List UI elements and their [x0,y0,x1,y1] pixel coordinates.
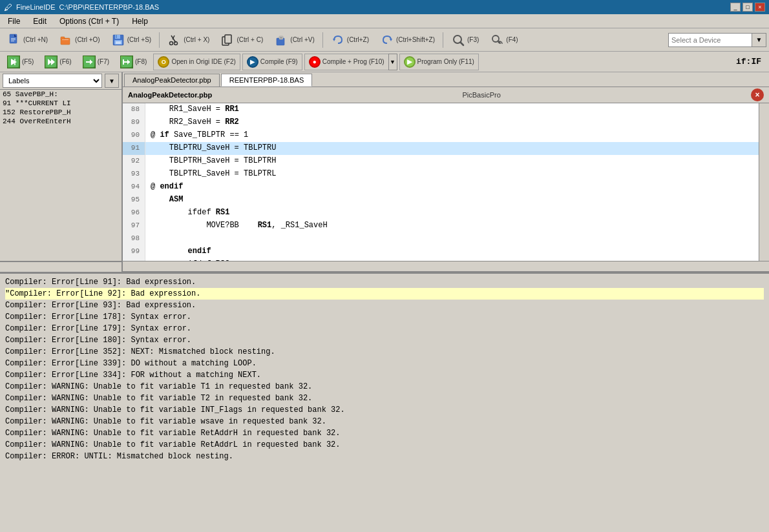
tab-analog[interactable]: AnalogPeakDetector.pbp [124,74,220,87]
menu-help[interactable]: Help [127,15,153,27]
redo-icon [380,33,394,47]
list-item: Compiler: WARNING: Unable to fit variabl… [5,393,764,404]
list-item: Compiler: Error[Line 352]: NEXT: Mismatc… [5,346,764,358]
labels-filter-button[interactable]: ▼ [105,74,119,88]
compile-prog-dropdown[interactable]: ▼ [388,54,397,70]
output-panel[interactable]: Compiler: Error[Line 91]: Bad expression… [0,272,769,531]
code-vscroll[interactable] [759,103,769,261]
f8-button[interactable]: (F8) [116,54,151,70]
list-item[interactable]: 65 SavePBP_H: [0,90,121,99]
list-item[interactable]: 152 RestorePBP_H [0,108,121,117]
redo-label: (Ctrl+Shift+Z) [396,36,435,43]
cut-button[interactable]: (Ctrl + X) [163,30,214,50]
maximize-button[interactable]: □ [743,3,753,12]
labels-list: 65 SavePBP_H: 91 ***CURRENT LI 152 Resto… [0,90,121,261]
svg-point-15 [170,41,173,45]
table-row: 93 TBLPTRL_SaveH = TBLPTRL [123,168,759,181]
list-item: Compiler: WARNING: Unable to fit variabl… [5,381,764,393]
sep2 [322,32,323,48]
f7-label: (F7) [98,58,109,65]
list-item: Compiler: Error[Line 180]: Syntax error. [5,334,764,346]
labels-hscroll[interactable] [0,261,121,271]
find-button[interactable]: (F3) [447,30,483,50]
if-indicator: if:IF [731,56,766,68]
menu-file[interactable]: File [3,15,25,27]
prog-only-button[interactable]: ▶ Program Only (F11) [399,54,479,70]
open-orig-button[interactable]: O Open in Origi IDE (F2) [153,54,240,70]
replace-label: (F4) [506,36,518,43]
minimize-button[interactable]: _ [730,3,741,12]
open-icon [59,33,73,47]
app-logo-icon: 🖊 [4,3,12,12]
editor-area: Labels ▼ 65 SavePBP_H: 91 ***CURRENT LI … [0,72,769,272]
device-input[interactable] [668,33,752,47]
list-item: Compiler: WARNING: Unable to fit variabl… [5,427,764,439]
undo-icon [331,33,345,47]
svg-rect-10 [116,35,117,38]
tab-reenter[interactable]: REENTERPBP-18.BAS [221,74,313,87]
device-dropdown-button[interactable]: ▼ [752,33,766,47]
labels-dropdown[interactable]: Labels [3,74,102,88]
sep3 [443,32,443,48]
new-button[interactable]: (Ctrl +N) [3,30,52,50]
code-filename-label: AnalogPeakDetector.pbp [128,91,212,99]
paste-button[interactable]: (Ctrl +V) [269,30,319,50]
f5-label: (F5) [22,58,34,65]
compile-label: Compile (F9) [260,58,298,65]
title-bar-left: 🖊 FineLineIDE C:\PBP\REENTERPBP-18.BAS [4,3,159,12]
table-row: 92 TBLPTRH_SaveH = TBLPTRH [123,155,759,168]
open-orig-icon: O [158,56,169,68]
app-name: FineLineIDE [16,3,56,11]
compile-button[interactable]: ▶ Compile (F9) [242,54,302,70]
open-button[interactable]: (Ctrl +O) [54,30,105,50]
svg-marker-23 [390,39,392,41]
close-file-button[interactable]: × [751,88,764,101]
table-row: 91 TBLPTRU_SaveH = TBLPTRU [123,142,759,155]
compiler-label: PicBasicPro [462,91,500,99]
save-button[interactable]: (Ctrl +S) [107,30,156,50]
redo-button[interactable]: (Ctrl+Shift+Z) [375,30,439,50]
f5-button[interactable]: (F5) [3,54,38,70]
menu-edit[interactable]: Edit [28,15,52,27]
replace-button[interactable]: (F4) [485,30,522,50]
list-item[interactable]: 244 OverReEnterH [0,117,121,126]
new-icon [7,33,21,47]
paste-icon [274,33,288,47]
svg-rect-12 [116,41,121,44]
filepath: C:\PBP\REENTERPBP-18.BAS [59,3,160,11]
code-content[interactable]: 88 RR1_SaveH = RR1 89 RR2_SaveH = RR2 90… [123,103,759,261]
compile-prog-button[interactable]: ● Compile + Prog (F10) [304,54,388,70]
list-item: Compiler: WARNING: Unable to fit variabl… [5,439,764,451]
f6-button[interactable]: (F6) [40,54,76,70]
menu-options[interactable]: Options (Ctrl + T) [54,15,124,27]
f7-icon [83,56,96,68]
copy-icon [220,33,235,47]
f7-button[interactable]: (F7) [78,54,114,70]
close-window-button[interactable]: × [755,3,765,12]
device-selector: ▼ [668,33,766,47]
svg-line-25 [460,42,463,45]
list-item: Compiler: WARNING: Unable to fit variabl… [5,404,764,416]
undo-button[interactable]: (Ctrl+Z) [326,30,374,50]
list-item: Compiler: Error[Line 339]: DO without a … [5,358,764,369]
copy-button[interactable]: (Ctrl + C) [216,30,268,50]
title-bar: 🖊 FineLineIDE C:\PBP\REENTERPBP-18.BAS _… [0,0,769,14]
code-hscroll[interactable] [123,261,769,271]
svg-rect-3 [11,39,16,40]
list-item: Compiler: Error[Line 91]: Bad expression… [5,276,764,288]
toolbar1: (Ctrl +N) (Ctrl +O) (Ctrl +S) (Ctrl + X)… [0,28,769,52]
svg-rect-7 [62,39,68,40]
cut-label: (Ctrl + X) [184,36,209,43]
f6-icon [45,56,58,68]
new-label: (Ctrl +N) [23,36,48,43]
f6-label: (F6) [59,58,71,65]
menu-bar: File Edit Options (Ctrl + T) Help [0,14,769,28]
table-row: 97 MOVE?BB RS1, _RS1_SaveH [123,220,759,232]
undo-label: (Ctrl+Z) [347,36,369,43]
f8-icon [120,56,133,68]
sep1 [159,32,160,48]
svg-rect-18 [225,35,231,43]
code-panel: AnalogPeakDetector.pbp REENTERPBP-18.BAS… [123,72,769,271]
list-item: "Compiler: Error[Line 92]: Bad expressio… [5,288,764,300]
list-item[interactable]: 91 ***CURRENT LI [0,99,121,108]
